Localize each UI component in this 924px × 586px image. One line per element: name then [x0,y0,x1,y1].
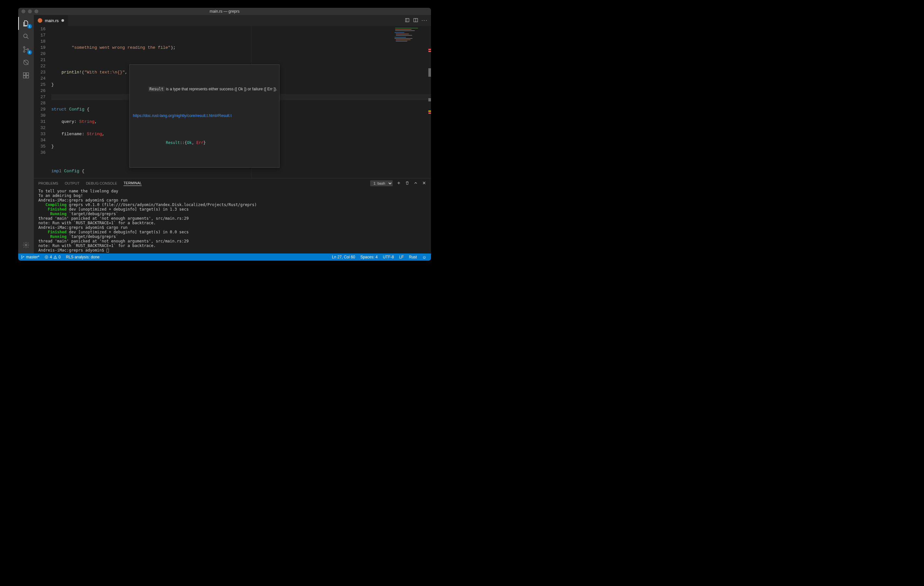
warning-icon [53,255,57,259]
line-number: 27 [34,94,46,100]
diff-icon [405,18,410,23]
extensions-icon [22,72,30,79]
overview-ruler[interactable] [428,26,431,178]
panel-tab-terminal[interactable]: TERMINAL [124,181,142,186]
settings-button[interactable] [18,239,34,252]
terminal-line: Compiling greprs v0.1.0 (file:///Users/a… [38,203,426,207]
terminal-line: note: Run with `RUST_BACKTRACE=1` for a … [38,243,426,248]
plus-icon [396,181,401,185]
svg-rect-7 [23,73,26,75]
terminal-line: Finished dev [unoptimized + debuginfo] t… [38,207,426,211]
editor-tab-main-rs[interactable]: main.rs [34,15,68,26]
cursor-position-status[interactable]: Ln 27, Col 60 [329,255,358,259]
terminal-output[interactable]: To tell your name the livelong dayTo an … [34,188,431,254]
close-panel-button[interactable] [422,181,426,186]
line-number: 17 [34,32,46,38]
tab-bar: main.rs ··· [34,15,431,26]
status-bar: master* 4 0 RLS analysis: done Ln 27, Co… [18,254,431,261]
line-number-gutter: 1617181920212223242526272829303132333435… [34,26,51,178]
svg-rect-8 [26,73,29,75]
split-icon [413,18,418,23]
feedback-button[interactable]: ☺ [419,255,429,260]
gear-icon [22,241,30,249]
macro-call: println! [61,70,82,75]
problems-status[interactable]: 4 0 [42,255,63,259]
svg-point-21 [21,258,22,259]
terminal-cursor [107,249,109,253]
panel-tab-debug-console[interactable]: DEBUG CONSOLE [86,182,117,185]
tab-filename: main.rs [45,18,59,23]
line-number: 34 [34,137,46,143]
kill-terminal-button[interactable] [405,181,409,186]
line-number: 22 [34,63,46,69]
svg-point-3 [23,51,25,52]
activity-bar: 1 6 [18,15,34,254]
split-editor-button[interactable] [413,18,418,24]
line-number: 23 [34,69,46,75]
terminal-selector[interactable]: 1: bash [370,180,393,186]
close-icon [422,181,426,185]
string-literal: "something went wrong reading the file" [71,45,170,50]
line-number: 30 [34,112,46,119]
eol-status[interactable]: LF [396,255,406,259]
panel-tab-problems[interactable]: PROBLEMS [38,182,58,185]
line-number: 21 [34,57,46,63]
line-number: 19 [34,45,46,51]
hover-tooltip: Result is a type that represents either … [129,64,279,168]
terminal-line: Running `target/debug/greprs` [38,234,426,239]
minimize-window-button[interactable] [28,10,32,13]
svg-point-20 [21,256,22,256]
extensions-tab[interactable] [18,69,34,82]
svg-rect-10 [26,76,29,78]
maximize-panel-button[interactable] [413,181,418,186]
terminal-line: Andreis-iMac:greprs adyomin$ cargo run [38,225,426,230]
rust-file-icon [38,18,42,23]
terminal-line: Andreis-iMac:greprs adyomin$ [38,248,426,253]
svg-point-27 [55,258,56,258]
indentation-status[interactable]: Spaces: 4 [358,255,380,259]
hover-doc-link[interactable]: https://doc.rust-lang.org/nightly/core/r… [133,114,231,118]
editor-column: main.rs ··· 1617181920212223242526272829… [34,15,431,254]
line-number: 26 [34,88,46,94]
line-number: 32 [34,125,46,131]
line-number: 31 [34,119,46,125]
dirty-indicator-icon [61,19,64,22]
close-window-button[interactable] [21,10,25,13]
maximize-window-button[interactable] [35,10,38,13]
svg-point-11 [25,244,27,246]
scm-badge: 6 [27,50,32,54]
svg-rect-12 [405,18,409,22]
language-mode-status[interactable]: Rust [406,255,419,259]
new-terminal-button[interactable] [396,181,401,186]
terminal-line: thread 'main' panicked at 'not enough ar… [38,216,426,221]
code-editor[interactable]: 1617181920212223242526272829303132333435… [34,26,431,178]
terminal-line: thread 'main' panicked at 'not enough ar… [38,239,426,243]
terminal-line: To an admiring bog! [38,193,426,198]
svg-line-1 [26,37,28,39]
search-icon [22,33,30,40]
git-branch-status[interactable]: master* [18,255,42,259]
svg-point-0 [24,34,27,38]
rls-status[interactable]: RLS analysis: done [63,255,102,259]
terminal-line: Andreis-iMac:greprs adyomin$ cargo run [38,198,426,203]
encoding-status[interactable]: UTF-8 [380,255,396,259]
search-tab[interactable] [18,30,34,43]
window-title: main.rs — greprs [18,9,431,14]
diff-view-button[interactable] [405,18,410,24]
panel-tab-output[interactable]: OUTPUT [65,182,79,185]
terminal-line: note: Run with `RUST_BACKTRACE=1` for a … [38,221,426,225]
svg-point-4 [27,49,29,50]
debug-tab[interactable] [18,56,34,69]
titlebar[interactable]: main.rs — greprs [18,8,431,15]
code-area[interactable]: "something went wrong reading the file")… [51,26,431,178]
explorer-tab[interactable]: 1 [18,17,34,30]
minimap[interactable] [392,26,431,178]
error-icon [45,255,48,259]
hover-symbol: Result [148,86,165,92]
scm-tab[interactable]: 6 [18,43,34,56]
debug-icon [22,59,30,66]
chevron-up-icon [413,181,418,185]
trash-icon [405,181,409,185]
explorer-badge: 1 [27,24,32,29]
bottom-panel: PROBLEMS OUTPUT DEBUG CONSOLE TERMINAL 1… [34,178,431,254]
